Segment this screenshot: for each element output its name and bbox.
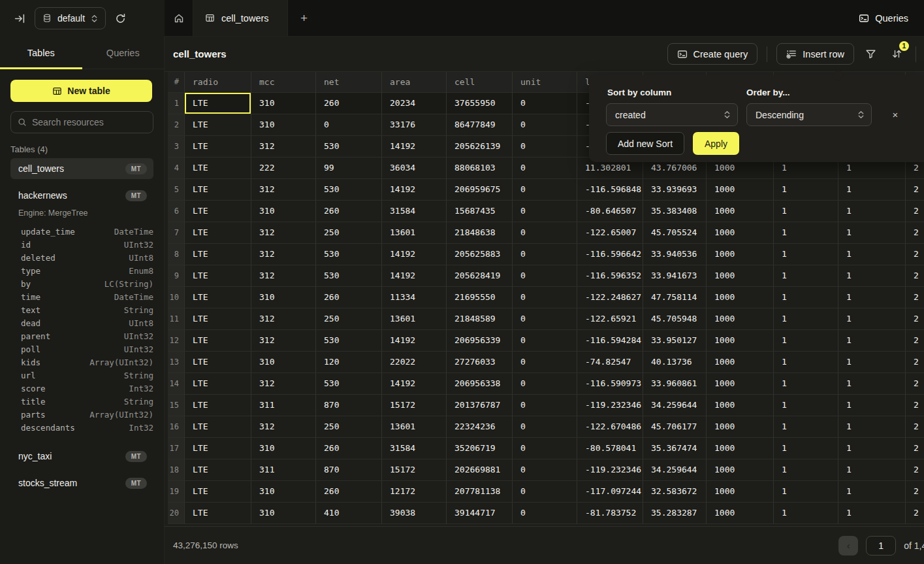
table-cell[interactable]: 22324236 bbox=[447, 416, 513, 438]
new-table-button[interactable]: New table bbox=[10, 80, 152, 102]
table-cell[interactable]: 2 bbox=[906, 287, 924, 308]
table-cell[interactable]: 310 bbox=[251, 93, 316, 114]
table-cell[interactable]: 33.939693 bbox=[643, 179, 707, 201]
table-cell[interactable]: 39038 bbox=[382, 503, 447, 524]
table-cell[interactable]: 35.383408 bbox=[643, 201, 707, 222]
row-number[interactable]: 16 bbox=[168, 416, 185, 438]
row-number[interactable]: 13 bbox=[168, 352, 185, 373]
table-cell[interactable]: 1000 bbox=[707, 201, 774, 222]
table-cell[interactable]: 206956339 bbox=[447, 330, 513, 352]
table-cell[interactable]: 2 bbox=[906, 438, 924, 459]
column-header-net[interactable]: net bbox=[316, 72, 382, 93]
table-cell[interactable]: 0 bbox=[513, 222, 577, 244]
row-number[interactable]: 4 bbox=[168, 158, 185, 179]
prev-page-button[interactable]: ‹ bbox=[838, 536, 858, 556]
table-cell[interactable]: 201376787 bbox=[447, 395, 513, 416]
table-cell[interactable]: 0 bbox=[513, 287, 577, 308]
table-cell[interactable]: 260 bbox=[316, 93, 382, 114]
table-cell[interactable]: 2 bbox=[906, 179, 924, 201]
column-header-mcc[interactable]: mcc bbox=[251, 72, 316, 93]
table-cell[interactable]: -122.248627 bbox=[577, 287, 643, 308]
table-cell[interactable]: 1000 bbox=[707, 395, 774, 416]
table-cell[interactable]: 1 bbox=[774, 395, 838, 416]
table-cell[interactable]: 1000 bbox=[707, 330, 774, 352]
row-number[interactable]: 7 bbox=[168, 222, 185, 244]
create-query-button[interactable]: Create query bbox=[667, 43, 758, 65]
table-cell[interactable]: 1 bbox=[774, 459, 838, 481]
table-cell[interactable]: -81.783752 bbox=[577, 503, 643, 524]
table-cell[interactable]: 1 bbox=[838, 352, 906, 373]
table-cell[interactable]: 47.758114 bbox=[643, 287, 707, 308]
table-cell[interactable]: 530 bbox=[316, 179, 382, 201]
table-cell[interactable]: 1 bbox=[774, 352, 838, 373]
sidebar-table-cell_towers[interactable]: cell_towersMT bbox=[10, 158, 153, 179]
table-cell[interactable]: LTE bbox=[185, 114, 251, 136]
table-cell[interactable]: -116.594284 bbox=[577, 330, 643, 352]
table-cell[interactable]: 33.940536 bbox=[643, 244, 707, 265]
table-cell[interactable]: 207781138 bbox=[447, 481, 513, 503]
table-cell[interactable]: 2 bbox=[906, 416, 924, 438]
table-cell[interactable]: 1000 bbox=[707, 416, 774, 438]
table-cell[interactable]: 0 bbox=[513, 179, 577, 201]
row-number[interactable]: 14 bbox=[168, 373, 185, 395]
table-cell[interactable]: -116.596642 bbox=[577, 244, 643, 265]
table-cell[interactable]: 1000 bbox=[707, 459, 774, 481]
row-number[interactable]: 9 bbox=[168, 265, 185, 287]
sort-column-select[interactable]: created bbox=[606, 103, 738, 126]
table-cell[interactable]: 1 bbox=[838, 503, 906, 524]
table-cell[interactable]: 1 bbox=[838, 459, 906, 481]
table-cell[interactable]: LTE bbox=[185, 179, 251, 201]
table-cell[interactable]: 0 bbox=[513, 158, 577, 179]
table-cell[interactable]: 39144717 bbox=[447, 503, 513, 524]
table-cell[interactable]: 0 bbox=[513, 136, 577, 158]
table-cell[interactable]: -119.232346 bbox=[577, 395, 643, 416]
column-header-radio[interactable]: radio bbox=[185, 72, 251, 93]
table-cell[interactable]: -74.82547 bbox=[577, 352, 643, 373]
table-cell[interactable]: 45.705524 bbox=[643, 222, 707, 244]
table-cell[interactable]: LTE bbox=[185, 373, 251, 395]
table-cell[interactable]: 88068103 bbox=[447, 158, 513, 179]
table-cell[interactable]: 312 bbox=[251, 373, 316, 395]
table-cell[interactable]: 15172 bbox=[382, 459, 447, 481]
row-number[interactable]: 1 bbox=[168, 93, 185, 114]
table-cell[interactable]: LTE bbox=[185, 201, 251, 222]
table-cell[interactable]: 310 bbox=[251, 438, 316, 459]
table-cell[interactable]: 1000 bbox=[707, 287, 774, 308]
table-cell[interactable]: LTE bbox=[185, 158, 251, 179]
table-cell[interactable]: 2 bbox=[906, 373, 924, 395]
apply-sort-button[interactable]: Apply bbox=[693, 132, 739, 155]
row-number[interactable]: 18 bbox=[168, 459, 185, 481]
filter-button[interactable] bbox=[861, 44, 880, 64]
tab-home[interactable] bbox=[165, 0, 193, 36]
table-cell[interactable]: 0 bbox=[513, 503, 577, 524]
table-cell[interactable]: 2 bbox=[906, 265, 924, 287]
table-cell[interactable]: 0 bbox=[513, 330, 577, 352]
sidebar-tab-tables[interactable]: Tables bbox=[0, 37, 82, 69]
table-cell[interactable]: 1 bbox=[838, 395, 906, 416]
queries-button[interactable]: Queries bbox=[843, 0, 924, 36]
table-cell[interactable]: 530 bbox=[316, 136, 382, 158]
row-number[interactable]: 19 bbox=[168, 481, 185, 503]
table-cell[interactable]: 14192 bbox=[382, 330, 447, 352]
table-cell[interactable]: 0 bbox=[513, 308, 577, 330]
column-header-unit[interactable]: unit bbox=[513, 72, 577, 93]
table-cell[interactable]: -122.670486 bbox=[577, 416, 643, 438]
table-cell[interactable]: 260 bbox=[316, 438, 382, 459]
table-cell[interactable]: 2 bbox=[906, 244, 924, 265]
table-cell[interactable]: 1 bbox=[838, 308, 906, 330]
table-cell[interactable]: 35.283287 bbox=[643, 503, 707, 524]
table-cell[interactable]: 310 bbox=[251, 114, 316, 136]
table-cell[interactable]: 2 bbox=[906, 352, 924, 373]
table-cell[interactable]: 1 bbox=[838, 201, 906, 222]
table-cell[interactable]: 1 bbox=[774, 179, 838, 201]
table-cell[interactable]: LTE bbox=[185, 352, 251, 373]
table-cell[interactable]: 13601 bbox=[382, 222, 447, 244]
table-cell[interactable]: 0 bbox=[513, 201, 577, 222]
table-cell[interactable]: 310 bbox=[251, 352, 316, 373]
table-cell[interactable]: 33.950127 bbox=[643, 330, 707, 352]
table-cell[interactable]: 33176 bbox=[382, 114, 447, 136]
table-cell[interactable]: 870 bbox=[316, 459, 382, 481]
table-cell[interactable]: 2 bbox=[906, 201, 924, 222]
table-cell[interactable]: 1 bbox=[838, 265, 906, 287]
table-cell[interactable]: 250 bbox=[316, 308, 382, 330]
